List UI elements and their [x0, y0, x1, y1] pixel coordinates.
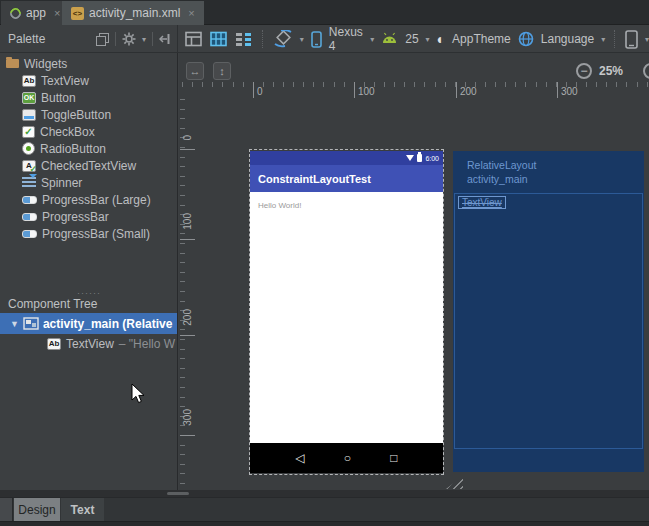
palette-item-checkedtextview[interactable]: A CheckedTextView: [0, 157, 178, 174]
ruler-label: 300: [557, 82, 578, 98]
palette-title: Palette: [8, 32, 45, 46]
theme-selector[interactable]: AppTheme: [452, 32, 511, 46]
navigation-bar: ◁ ○ □: [250, 443, 443, 473]
group-label: Widgets: [24, 57, 67, 71]
wifi-icon: [406, 155, 414, 161]
device-selector[interactable]: Nexus 4: [329, 25, 363, 53]
resize-handle[interactable]: [446, 476, 463, 489]
nav-recents-icon: □: [390, 451, 397, 465]
expander-icon[interactable]: ▼: [10, 319, 19, 329]
tab-design[interactable]: Design: [14, 498, 60, 521]
item-label: Button: [41, 91, 76, 105]
palette-item-button[interactable]: OK Button: [0, 89, 178, 106]
item-label: ToggleButton: [41, 108, 111, 122]
separator: [152, 32, 153, 46]
chevron-down-icon: ▾: [601, 35, 605, 44]
ruler-label: 100: [354, 82, 375, 98]
app-title: ConstraintLayoutTest: [258, 173, 371, 185]
device-preview: 6:00 ConstraintLayoutTest Hello World! ◁…: [250, 151, 443, 473]
device-icon: [311, 31, 322, 48]
textview-hello-world[interactable]: Hello World!: [258, 201, 301, 210]
orientation-icon[interactable]: [273, 30, 293, 48]
palette-item-progressbar[interactable]: ProgressBar: [0, 208, 178, 225]
blueprint-header: RelativeLayout activity_main: [467, 158, 536, 186]
palette-item-checkbox[interactable]: ✓ CheckBox: [0, 123, 178, 140]
tab-app[interactable]: app ×: [1, 1, 69, 25]
tab-label: activity_main.xml: [89, 6, 180, 20]
horizontal-scrollbar[interactable]: [0, 490, 649, 497]
tree-child-value: – "Hello W: [119, 337, 175, 351]
blueprint-view-icon[interactable]: [210, 31, 228, 47]
item-label: TextView: [41, 74, 89, 88]
tab-activity-main[interactable]: <> activity_main.xml ×: [62, 1, 204, 25]
item-label: ProgressBar: [42, 210, 109, 224]
scrollbar-thumb[interactable]: [167, 492, 189, 495]
mouse-cursor: [131, 383, 146, 405]
palette-group-widgets[interactable]: Widgets: [0, 55, 178, 72]
ruler-label: 200: [456, 82, 477, 98]
checkbox-icon: ✓: [22, 126, 35, 138]
tree-row-activity-main[interactable]: ▼ activity_main (Relative: [0, 313, 178, 334]
tree-row-textview[interactable]: Ab TextView – "Hello W: [0, 334, 178, 353]
both-views-icon[interactable]: [235, 31, 253, 47]
zoom-in-button[interactable]: [643, 63, 649, 79]
palette-item-progressbar-large[interactable]: ProgressBar (Large): [0, 191, 178, 208]
design-toolbar: ▾ Nexus 4 ▾ 25 ▾ ◐ AppTheme Language ▾ ▾: [179, 25, 649, 53]
toolbar-row: Palette ▾: [0, 25, 649, 53]
tab-text[interactable]: Text: [61, 498, 104, 521]
progressbar-icon: [22, 196, 37, 204]
progressbar-icon: [22, 230, 37, 238]
zoom-out-button[interactable]: −: [576, 63, 592, 79]
palette-item-spinner[interactable]: Spinner: [0, 174, 178, 191]
theme-icon: ◐: [437, 32, 445, 46]
close-icon[interactable]: ×: [54, 7, 60, 19]
android-icon: [381, 32, 398, 46]
language-selector[interactable]: Language: [541, 32, 594, 46]
blueprint-view[interactable]: RelativeLayout activity_main TextView: [453, 151, 644, 472]
radiobutton-icon: [22, 142, 35, 155]
item-label: CheckBox: [40, 125, 95, 139]
blueprint-class: RelativeLayout: [467, 158, 536, 172]
match-height-button[interactable]: ↕: [213, 62, 231, 80]
editor-tab-strip: app × <> activity_main.xml ×: [0, 0, 649, 25]
layout-content: Hello World!: [250, 192, 443, 443]
tab-label: app: [26, 6, 46, 20]
hide-panel-icon[interactable]: [159, 33, 171, 45]
design-view-icon[interactable]: [185, 31, 203, 47]
xml-file-icon: <>: [71, 7, 84, 20]
close-icon[interactable]: ×: [188, 7, 194, 19]
device-selection-frame[interactable]: 6:00 ConstraintLayoutTest Hello World! ◁…: [249, 149, 444, 475]
ruler-label: 100: [182, 213, 193, 230]
ruler-tick: [180, 239, 195, 240]
app-bar: ConstraintLayoutTest: [250, 165, 443, 192]
chevron-down-icon: ▾: [142, 35, 146, 44]
ruler-tick: [180, 435, 195, 436]
api-level-selector[interactable]: 25: [405, 32, 418, 46]
relativelayout-icon: [23, 317, 39, 330]
virtual-device-icon[interactable]: [625, 30, 638, 49]
palette-item-radiobutton[interactable]: RadioButton: [0, 140, 178, 157]
status-time: 6:00: [425, 155, 439, 162]
textview-icon: Ab: [47, 338, 61, 350]
preview-mode-icon[interactable]: [96, 33, 109, 46]
ruler-label: 0: [182, 135, 193, 141]
blueprint-textview[interactable]: TextView: [458, 196, 506, 209]
palette-item-togglebutton[interactable]: ToggleButton: [0, 106, 178, 123]
chevron-down-icon: ▾: [426, 35, 430, 44]
gear-icon[interactable]: [122, 32, 136, 46]
status-bar: 6:00: [250, 151, 443, 165]
ruler-tick: [180, 149, 195, 150]
nav-back-icon: ◁: [296, 451, 305, 465]
button-icon: OK: [22, 92, 36, 104]
tree-child-label: TextView: [66, 337, 114, 351]
zoom-level: 25%: [599, 64, 623, 78]
palette-item-progressbar-small[interactable]: ProgressBar (Small): [0, 225, 178, 242]
item-label: ProgressBar (Large): [42, 193, 151, 207]
item-label: Spinner: [41, 176, 82, 190]
ruler-label: 200: [182, 309, 193, 326]
palette-item-textview[interactable]: Ab TextView: [0, 72, 178, 89]
item-label: CheckedTextView: [41, 159, 136, 173]
match-width-button[interactable]: ↔: [186, 62, 204, 80]
android-studio-layout-editor: app × <> activity_main.xml × Palette ▾: [0, 0, 649, 526]
left-panel: Widgets Ab TextView OK Button ToggleButt…: [0, 53, 178, 490]
